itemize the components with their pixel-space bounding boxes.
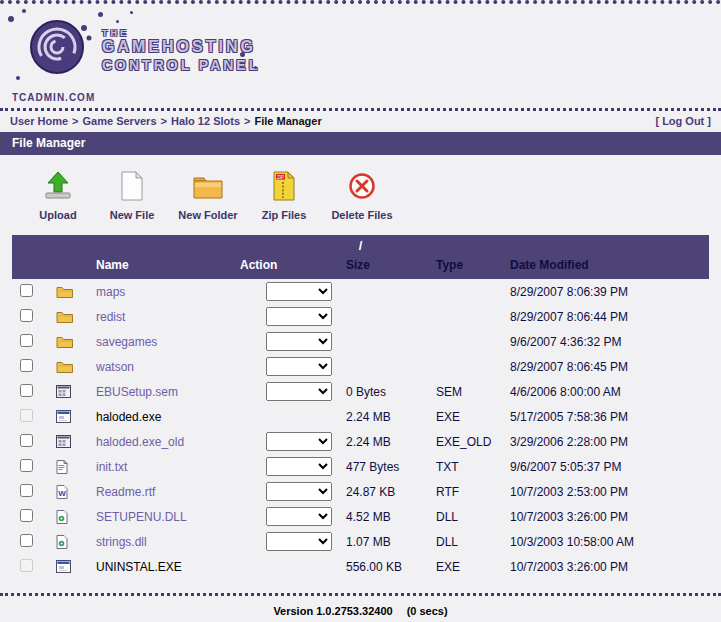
- current-path: /: [12, 235, 709, 254]
- action-select[interactable]: [266, 307, 332, 326]
- table-header: / Name Action Size Type Date Modified: [12, 235, 709, 279]
- action-select[interactable]: [266, 282, 332, 301]
- header: THE GAMEHOSTING CONTROL PANEL TCADMIN.CO…: [0, 4, 721, 108]
- logo-line-1: THE: [102, 28, 260, 38]
- file-name-link[interactable]: strings.dll: [96, 535, 147, 549]
- row-checkbox: [20, 559, 33, 572]
- new-file-label: New File: [110, 209, 155, 221]
- row-checkbox[interactable]: [20, 459, 33, 472]
- file-name-link[interactable]: init.txt: [96, 460, 127, 474]
- file-modified: 5/17/2005 7:58:36 PM: [500, 410, 709, 424]
- file-name-link[interactable]: Readme.rtf: [96, 485, 155, 499]
- version-footer: Version 1.0.2753.32400(0 secs): [0, 596, 721, 622]
- file-size: 0 Bytes: [340, 385, 434, 399]
- column-headers: Name Action Size Type Date Modified: [12, 254, 709, 279]
- breadcrumb: User Home>Game Servers>Halo 12 Slots>Fil…: [10, 115, 322, 127]
- table-row: haloded.exe2.24 MBEXE5/17/2005 7:58:36 P…: [12, 404, 709, 429]
- row-checkbox[interactable]: [20, 384, 33, 397]
- action-select[interactable]: [266, 382, 332, 401]
- file-modified: 8/29/2007 8:06:39 PM: [500, 285, 709, 299]
- breadcrumb-game-servers[interactable]: Game Servers: [83, 115, 157, 127]
- file-name-link[interactable]: savegames: [96, 335, 157, 349]
- dll-file-icon: [56, 538, 68, 552]
- document-icon: W: [56, 488, 68, 502]
- new-folder-label: New Folder: [178, 209, 237, 221]
- action-select[interactable]: [266, 432, 332, 451]
- file-modified: 10/7/2003 3:26:00 PM: [500, 560, 709, 574]
- table-row: strings.dll1.07 MBDLL10/3/2003 10:58:00 …: [12, 529, 709, 554]
- logo-swirl-icon: [26, 16, 92, 86]
- svg-text:ZIP: ZIP: [277, 175, 284, 180]
- column-header-type: Type: [434, 258, 500, 272]
- row-checkbox[interactable]: [20, 534, 33, 547]
- action-select[interactable]: [266, 532, 332, 551]
- row-checkbox[interactable]: [20, 434, 33, 447]
- column-header-name: Name: [84, 258, 232, 272]
- file-size: 2.24 MB: [340, 410, 434, 424]
- table-row: WReadme.rtf24.87 KBRTF10/7/2003 2:53:00 …: [12, 479, 709, 504]
- zip-files-label: Zip Files: [262, 209, 307, 221]
- row-checkbox[interactable]: [20, 309, 33, 322]
- logout-link[interactable]: [ Log Out ]: [655, 115, 711, 127]
- file-modified: 10/7/2003 2:53:00 PM: [500, 485, 709, 499]
- row-checkbox: [20, 409, 33, 422]
- file-modified: 10/7/2003 3:26:00 PM: [500, 510, 709, 524]
- row-checkbox[interactable]: [20, 484, 33, 497]
- file-modified: 3/29/2006 2:28:00 PM: [500, 435, 709, 449]
- row-checkbox[interactable]: [20, 284, 33, 297]
- file-modified: 9/6/2007 4:36:32 PM: [500, 335, 709, 349]
- new-folder-icon: [192, 174, 224, 205]
- file-size: 556.00 KB: [340, 560, 434, 574]
- breadcrumb-bar: User Home>Game Servers>Halo 12 Slots>Fil…: [0, 111, 721, 132]
- toolbar: Upload New File New Folder ZIP: [0, 155, 721, 229]
- action-select[interactable]: [266, 332, 332, 351]
- file-type: DLL: [434, 510, 500, 524]
- row-checkbox[interactable]: [20, 334, 33, 347]
- file-type: EXE: [434, 560, 500, 574]
- table-row: init.txt477 BytesTXT9/6/2007 5:05:37 PM: [12, 454, 709, 479]
- file-type: RTF: [434, 485, 500, 499]
- new-folder-button[interactable]: New Folder: [174, 174, 242, 221]
- table-row: maps8/29/2007 8:06:39 PM: [12, 279, 709, 304]
- logo-title: THE GAMEHOSTING CONTROL PANEL: [102, 28, 260, 73]
- file-type: EXE_OLD: [434, 435, 500, 449]
- delete-files-button[interactable]: Delete Files: [326, 171, 398, 221]
- folder-icon: [56, 287, 73, 301]
- table-row: EBUSetup.sem0 BytesSEM4/6/2006 8:00:00 A…: [12, 379, 709, 404]
- action-select[interactable]: [266, 507, 332, 526]
- action-select[interactable]: [266, 457, 332, 476]
- version-text: Version 1.0.2753.32400: [273, 605, 392, 617]
- logo-line-2: GAMEHOSTING: [102, 38, 260, 56]
- file-modified: 9/6/2007 5:05:37 PM: [500, 460, 709, 474]
- table-row: savegames9/6/2007 4:36:32 PM: [12, 329, 709, 354]
- breadcrumb-user-home[interactable]: User Home: [10, 115, 68, 127]
- folder-icon: [56, 337, 73, 351]
- decor-dot: [22, 9, 26, 13]
- file-name-link[interactable]: SETUPENU.DLL: [96, 510, 187, 524]
- file-name-link[interactable]: haloded.exe_old: [96, 435, 184, 449]
- file-size: 24.87 KB: [340, 485, 434, 499]
- file-modified: 4/6/2006 8:00:00 AM: [500, 385, 709, 399]
- breadcrumb-separator: >: [72, 115, 78, 127]
- breadcrumb-server[interactable]: Halo 12 Slots: [171, 115, 240, 127]
- row-checkbox[interactable]: [20, 509, 33, 522]
- file-size: 2.24 MB: [340, 435, 434, 449]
- action-select[interactable]: [266, 482, 332, 501]
- file-name-link[interactable]: maps: [96, 285, 125, 299]
- file-name-link[interactable]: watson: [96, 360, 134, 374]
- row-checkbox[interactable]: [20, 359, 33, 372]
- zip-files-button[interactable]: ZIP Zip Files: [252, 171, 316, 221]
- table-row: UNINSTAL.EXE556.00 KBEXE10/7/2003 3:26:0…: [12, 554, 709, 579]
- page-title: File Manager: [0, 132, 721, 155]
- file-type: DLL: [434, 535, 500, 549]
- svg-text:W: W: [58, 489, 66, 498]
- system-file-icon: [56, 387, 71, 401]
- column-header-action: Action: [232, 258, 340, 272]
- file-name-link[interactable]: redist: [96, 310, 125, 324]
- action-select[interactable]: [266, 357, 332, 376]
- file-table-body: maps8/29/2007 8:06:39 PMredist8/29/2007 …: [12, 279, 709, 579]
- new-file-button[interactable]: New File: [100, 171, 164, 221]
- file-name: haloded.exe: [96, 410, 161, 424]
- file-name-link[interactable]: EBUSetup.sem: [96, 385, 178, 399]
- upload-button[interactable]: Upload: [26, 171, 90, 221]
